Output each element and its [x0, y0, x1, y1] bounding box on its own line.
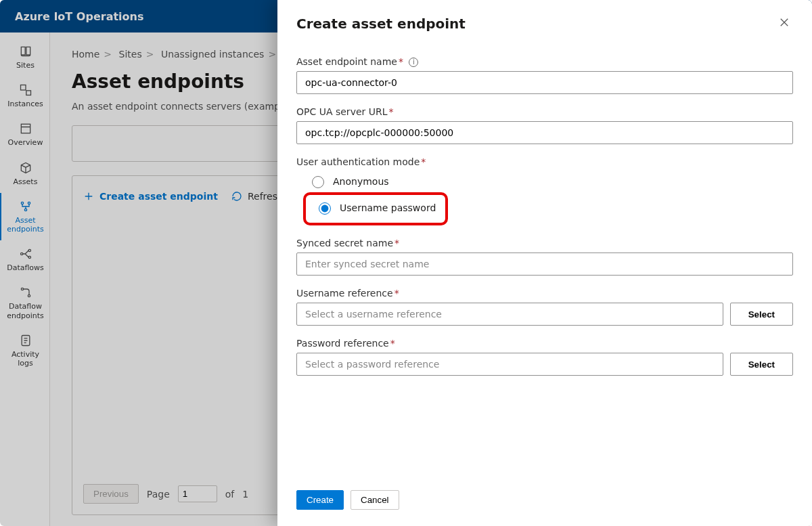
- breadcrumb-item[interactable]: Sites: [119, 49, 142, 60]
- field-username-reference: Username reference* Select: [296, 288, 793, 326]
- activity-logs-icon: [19, 334, 32, 347]
- synced-secret-input[interactable]: [296, 253, 793, 276]
- endpoint-icon: [19, 200, 32, 213]
- username-reference-input[interactable]: [296, 303, 723, 326]
- asset-endpoint-name-input[interactable]: [296, 71, 793, 94]
- nav-label: Dataflows: [7, 263, 44, 272]
- instances-icon: [19, 83, 32, 97]
- overview-icon: [19, 122, 32, 135]
- auth-mode-username-password[interactable]: Username password: [310, 198, 441, 217]
- svg-point-3: [21, 202, 23, 204]
- radio-label: Username password: [340, 202, 436, 213]
- svg-point-5: [24, 209, 26, 211]
- field-label: Password reference*: [296, 338, 793, 349]
- auth-mode-anonymous[interactable]: Anonymous: [303, 171, 793, 191]
- nav-label: Overview: [8, 138, 43, 147]
- nav-label: Instances: [7, 100, 43, 108]
- password-reference-select-button[interactable]: Select: [730, 353, 793, 376]
- dataflow-endpoints-icon: [19, 286, 32, 299]
- create-label: Create asset endpoint: [99, 191, 218, 202]
- nav-overview[interactable]: Overview: [0, 115, 49, 154]
- nav-asset-endpoints[interactable]: Asset endpoints: [0, 193, 49, 240]
- pager-page-label: Page: [147, 489, 170, 500]
- svg-rect-1: [26, 91, 30, 95]
- svg-rect-2: [21, 125, 30, 133]
- radio-input[interactable]: [319, 202, 331, 215]
- nav-dataflows[interactable]: Dataflows: [0, 240, 49, 279]
- nav-label: Dataflow endpoints: [4, 302, 47, 320]
- field-synced-secret: Synced secret name*: [296, 238, 793, 276]
- nav-dataflow-endpoints[interactable]: Dataflow endpoints: [0, 279, 49, 326]
- field-opcua-url: OPC UA server URL*: [296, 106, 793, 144]
- svg-point-7: [28, 249, 30, 251]
- radio-label: Anonymous: [333, 176, 389, 187]
- nav-instances[interactable]: Instances: [0, 76, 49, 115]
- password-reference-input[interactable]: [296, 353, 723, 376]
- pager-previous-button[interactable]: Previous: [83, 484, 139, 504]
- nav-sites[interactable]: Sites: [0, 38, 49, 76]
- refresh-icon: [231, 191, 242, 202]
- svg-point-9: [21, 288, 23, 290]
- field-label: Synced secret name*: [296, 238, 793, 248]
- pager-total: 1: [242, 489, 248, 500]
- create-asset-endpoint-panel: Create asset endpoint Asset endpoint nam…: [277, 0, 812, 526]
- create-asset-endpoint-button[interactable]: Create asset endpoint: [83, 191, 218, 202]
- opcua-url-input[interactable]: [296, 121, 793, 144]
- info-icon[interactable]: i: [409, 58, 418, 67]
- radio-input[interactable]: [312, 176, 324, 188]
- field-label: User authentication mode*: [296, 156, 793, 167]
- dataflows-icon: [19, 247, 32, 261]
- field-label: Username reference*: [296, 288, 793, 299]
- pager-page-input[interactable]: [178, 485, 217, 502]
- nav-activity-logs[interactable]: Activity logs: [0, 327, 49, 374]
- create-button[interactable]: Create: [296, 490, 344, 510]
- book-icon: [19, 45, 32, 58]
- nav-label: Asset endpoints: [4, 216, 47, 234]
- svg-point-8: [28, 256, 30, 258]
- assets-icon: [19, 161, 32, 175]
- svg-point-10: [28, 295, 30, 297]
- highlight-box: Username password: [303, 192, 448, 225]
- close-panel-button[interactable]: [775, 14, 793, 33]
- svg-rect-0: [20, 85, 26, 91]
- breadcrumb-item[interactable]: Home: [72, 49, 99, 60]
- field-auth-mode: User authentication mode* Anonymous User…: [296, 156, 793, 225]
- username-reference-select-button[interactable]: Select: [730, 303, 793, 326]
- field-asset-endpoint-name: Asset endpoint name* i: [296, 56, 793, 94]
- plus-icon: [83, 191, 94, 202]
- breadcrumb-item[interactable]: Unassigned instances: [161, 49, 265, 60]
- left-nav: Sites Instances Overview Assets Asset en…: [0, 32, 50, 526]
- app-title: Azure IoT Operations: [15, 10, 143, 23]
- field-label: Asset endpoint name* i: [296, 56, 793, 67]
- pager-of-label: of: [225, 489, 235, 500]
- panel-title: Create asset endpoint: [296, 16, 466, 32]
- cancel-button[interactable]: Cancel: [351, 490, 399, 510]
- field-password-reference: Password reference* Select: [296, 338, 793, 376]
- refresh-button[interactable]: Refresh: [231, 191, 284, 202]
- nav-label: Sites: [16, 61, 35, 70]
- close-icon: [778, 16, 790, 28]
- nav-assets[interactable]: Assets: [0, 154, 49, 193]
- field-label: OPC UA server URL*: [296, 106, 793, 117]
- svg-point-4: [28, 202, 30, 204]
- nav-label: Activity logs: [4, 350, 47, 368]
- svg-point-6: [20, 253, 22, 255]
- nav-label: Assets: [14, 177, 38, 186]
